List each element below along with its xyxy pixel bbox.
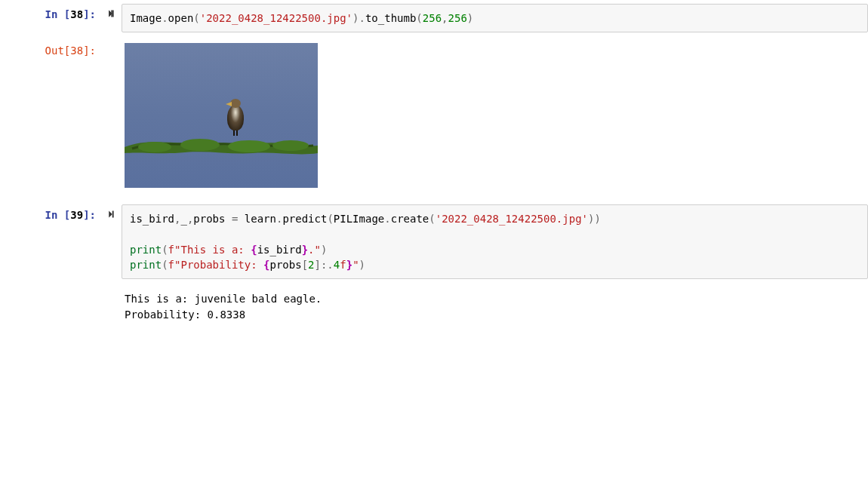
input-prompt: In [38]:	[0, 4, 102, 37]
run-spacer	[102, 40, 122, 201]
svg-point-3	[228, 140, 270, 152]
out-label: Out[38]:	[45, 45, 96, 57]
code-input[interactable]: is_bird,_,probs = learn.predict(PILImage…	[122, 204, 868, 279]
bird-image	[221, 99, 250, 135]
output-image	[125, 43, 318, 188]
output-prompt: Out[38]:	[0, 40, 102, 201]
svg-rect-5	[112, 211, 114, 218]
stdout-text: This is a: juvenile bald eagle. Probabil…	[122, 287, 868, 331]
run-cell-icon[interactable]	[102, 204, 122, 284]
svg-point-4	[272, 140, 309, 151]
code-area: Image.open('2022_0428_12422500.jpg').to_…	[122, 4, 868, 37]
in-label: In [39]:	[45, 209, 96, 221]
input-prompt: In [39]:	[0, 204, 102, 284]
cell-in-39: In [39]: is_bird,_,probs = learn.predict…	[0, 204, 868, 284]
svg-point-2	[180, 139, 220, 151]
svg-point-1	[138, 142, 171, 152]
code-input[interactable]: Image.open('2022_0428_12422500.jpg').to_…	[122, 4, 868, 32]
run-spacer	[102, 287, 122, 331]
empty-prompt	[0, 287, 102, 331]
in-label: In [38]:	[45, 8, 96, 20]
cell-out-38: Out[38]:	[0, 40, 868, 201]
run-cell-icon[interactable]	[102, 4, 122, 37]
cell-stdout-39: This is a: juvenile bald eagle. Probabil…	[0, 287, 868, 331]
cell-in-38: In [38]: Image.open('2022_0428_12422500.…	[0, 4, 868, 37]
tree-branch	[125, 130, 318, 161]
svg-rect-0	[112, 11, 114, 17]
